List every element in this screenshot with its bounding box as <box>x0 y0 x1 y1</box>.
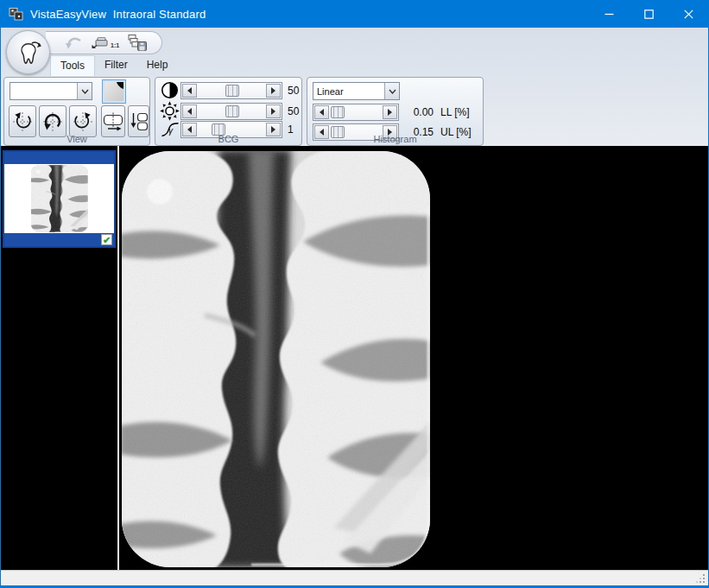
brightness-value: 50 <box>288 105 299 117</box>
image-preview-mini <box>104 82 123 101</box>
rotate-counterclockwise-icon <box>12 111 33 132</box>
brightness-increase-button[interactable] <box>266 104 281 118</box>
rotate-buttons <box>9 105 97 137</box>
maximize-button[interactable] <box>629 1 668 28</box>
view-preset-dropdown-button[interactable] <box>77 83 92 99</box>
histogram-mode-value: Linear <box>313 83 384 99</box>
ribbon-groups: View 50 <box>1 76 708 146</box>
lower-limit-decrease-button[interactable] <box>314 105 329 119</box>
status-bar <box>1 570 708 585</box>
actual-size-button[interactable]: 1:1 <box>91 37 119 48</box>
lower-limit-increase-button[interactable] <box>383 105 397 119</box>
app-window: VistaEasyView Intraoral Standard <box>0 0 709 588</box>
brightness-slider[interactable] <box>180 103 282 120</box>
rotate-clockwise-button[interactable] <box>69 105 97 137</box>
tab-help[interactable]: Help <box>137 55 178 76</box>
menu-tabs: Tools Filter Help <box>50 55 177 76</box>
flip-horizontal-icon <box>103 112 123 131</box>
histogram-mode-dropdown[interactable]: Linear <box>313 82 400 100</box>
actual-size-label: 1:1 <box>111 42 119 48</box>
undo-icon <box>65 35 83 51</box>
ribbon: 1:1 Tools Filter Help <box>1 28 708 146</box>
save-images-icon <box>127 34 148 52</box>
group-view: View <box>3 77 150 146</box>
tooth-export-icon <box>16 40 41 66</box>
brightness-icon <box>159 101 180 121</box>
contrast-slider-thumb[interactable] <box>225 85 239 97</box>
histogram-mode-dropdown-button[interactable] <box>384 83 399 99</box>
content-area: ✔ <box>1 146 708 570</box>
rotate-180-icon <box>42 111 63 132</box>
contrast-icon <box>159 81 180 99</box>
contrast-decrease-button[interactable] <box>182 84 197 98</box>
flip-horizontal-button[interactable] <box>101 105 125 137</box>
resize-grip[interactable] <box>695 573 706 584</box>
thumbnail-item-selected[interactable]: ✔ <box>3 150 116 248</box>
tab-tools[interactable]: Tools <box>50 55 95 76</box>
arrow-right-icon <box>271 126 275 133</box>
group-histogram-label: Histogram <box>307 134 483 144</box>
lower-limit-slider-thumb[interactable] <box>331 106 345 118</box>
thumbnail-panel: ✔ <box>1 146 119 570</box>
arrow-right-icon <box>388 109 392 116</box>
arrow-left-icon <box>320 109 324 116</box>
lower-limit-slider[interactable] <box>313 104 399 121</box>
quick-access-toolbar: 1:1 <box>46 31 162 54</box>
rotate-180-button[interactable] <box>39 105 66 137</box>
check-icon: ✔ <box>101 234 112 245</box>
thumbnail-footer-bar: ✔ <box>4 233 114 246</box>
flip-vertical-icon <box>130 111 149 132</box>
arrow-left-icon <box>187 87 192 94</box>
window-controls <box>589 1 708 28</box>
group-bcg: 50 <box>155 77 302 146</box>
minimize-button[interactable] <box>589 1 629 28</box>
thumbnail-image[interactable] <box>4 164 114 233</box>
image-preview-toggle-button[interactable] <box>102 79 126 104</box>
app-logo-icon <box>9 7 24 22</box>
view-preset-dropdown[interactable] <box>9 82 92 100</box>
group-bcg-label: BCG <box>155 134 301 144</box>
arrow-left-icon <box>187 126 192 133</box>
thumbnail-header-bar <box>4 152 114 164</box>
undo-button[interactable] <box>65 35 83 51</box>
contrast-slider[interactable] <box>180 82 282 99</box>
titlebar: VistaEasyView Intraoral Standard <box>1 1 708 28</box>
chevron-down-icon <box>81 89 89 94</box>
close-button[interactable] <box>668 1 708 28</box>
xray-image[interactable] <box>122 151 430 567</box>
view-preset-value <box>10 83 77 99</box>
contrast-increase-button[interactable] <box>266 84 281 98</box>
brightness-decrease-button[interactable] <box>182 104 197 118</box>
brightness-row: 50 <box>159 101 299 121</box>
flip-vertical-button[interactable] <box>128 105 149 137</box>
rotate-clockwise-icon <box>73 111 93 132</box>
application-menu-button[interactable] <box>6 30 50 74</box>
group-view-label: View <box>4 134 149 144</box>
arrow-left-icon <box>187 108 192 115</box>
arrow-right-icon <box>271 108 275 115</box>
lower-limit-row: 0.00 LL [%] <box>313 104 470 121</box>
image-viewer <box>119 146 708 570</box>
actual-size-icon <box>91 37 110 48</box>
rotate-counterclockwise-button[interactable] <box>9 105 36 137</box>
tab-filter[interactable]: Filter <box>95 55 137 76</box>
flip-buttons <box>101 105 149 137</box>
group-histogram: Linear 0.00 LL [%] <box>307 77 484 146</box>
lower-limit-unit: LL [%] <box>440 106 470 118</box>
arrow-right-icon <box>271 87 275 94</box>
contrast-row: 50 <box>159 81 299 99</box>
save-images-button[interactable] <box>127 34 148 52</box>
ribbon-top-row: 1:1 Tools Filter Help <box>1 28 708 76</box>
brightness-slider-thumb[interactable] <box>225 105 239 117</box>
window-title: VistaEasyView Intraoral Standard <box>30 8 206 21</box>
contrast-value: 50 <box>288 85 299 97</box>
chevron-down-icon <box>389 89 396 94</box>
lower-limit-value: 0.00 <box>404 106 434 118</box>
